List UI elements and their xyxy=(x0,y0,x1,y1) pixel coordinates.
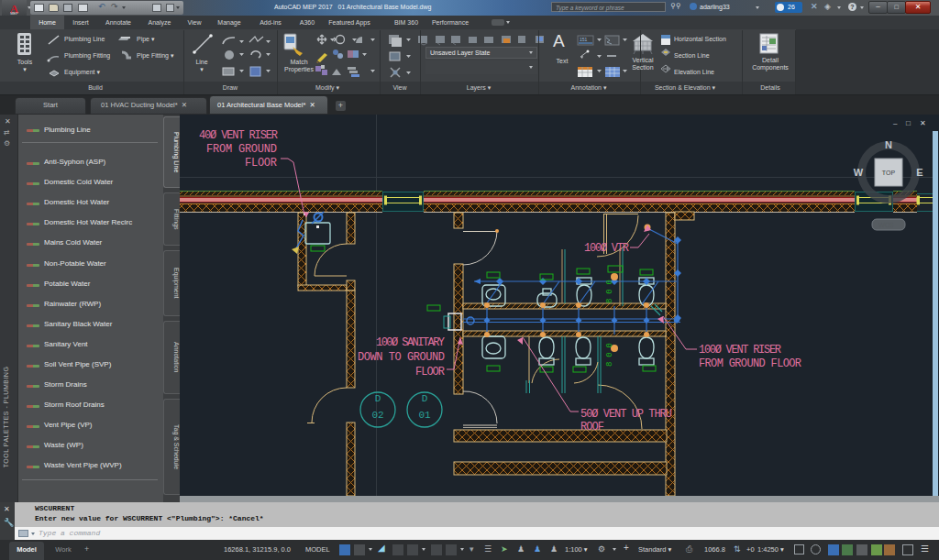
svg-text:D: D xyxy=(375,393,381,404)
svg-text:TOP: TOP xyxy=(882,170,896,176)
svg-text:N: N xyxy=(885,139,892,150)
svg-text:E: E xyxy=(916,167,922,178)
svg-text:151: 151 xyxy=(580,37,588,42)
svg-text:W: W xyxy=(854,167,864,178)
svg-text:50Ø VENT UP THRU: 50Ø VENT UP THRU xyxy=(580,408,672,421)
svg-text:01: 01 xyxy=(418,410,431,421)
svg-text:02: 02 xyxy=(371,410,383,421)
svg-text:–: – xyxy=(893,119,898,127)
svg-text:□: □ xyxy=(906,119,911,127)
svg-text:✕: ✕ xyxy=(920,119,926,127)
svg-text:100Ø VENT RISER: 100Ø VENT RISER xyxy=(699,344,781,357)
svg-text:800: 800 xyxy=(605,280,614,303)
svg-text:FLOOR: FLOOR xyxy=(245,157,277,170)
svg-text:DOWN TO GROUND: DOWN TO GROUND xyxy=(358,351,445,364)
svg-text:800: 800 xyxy=(605,343,614,367)
svg-text:40Ø VENT RISER: 40Ø VENT RISER xyxy=(199,129,278,142)
svg-text:WCS: WCS xyxy=(878,222,894,228)
svg-text:ROOF: ROOF xyxy=(580,421,604,434)
svg-text:FROM GROUND: FROM GROUND xyxy=(206,143,277,156)
svg-text:D: D xyxy=(422,393,428,404)
svg-text:100Ø VTR: 100Ø VTR xyxy=(584,242,629,255)
svg-text:100Ø SANITARY: 100Ø SANITARY xyxy=(376,336,445,349)
svg-text:FLOOR: FLOOR xyxy=(415,366,445,379)
svg-text:FROM GROUND FLOOR: FROM GROUND FLOOR xyxy=(699,357,801,370)
